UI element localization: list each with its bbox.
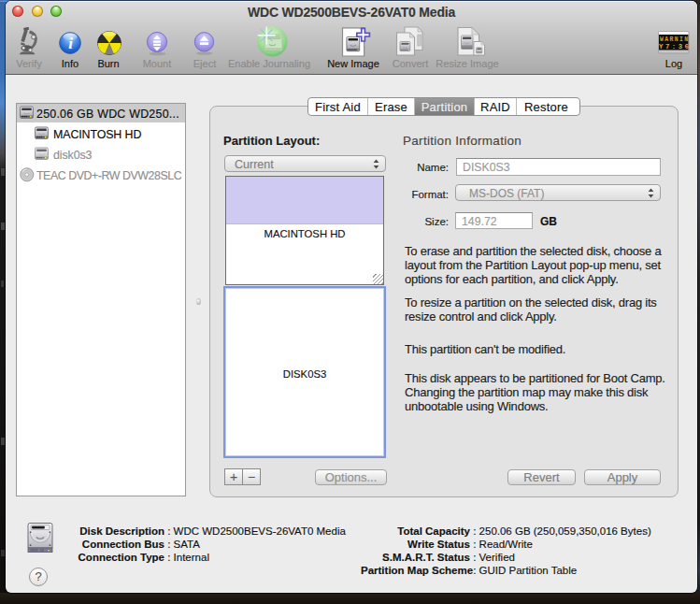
svg-text:WARNIN: WARNIN xyxy=(660,36,688,43)
svg-text:i: i xyxy=(68,35,73,52)
